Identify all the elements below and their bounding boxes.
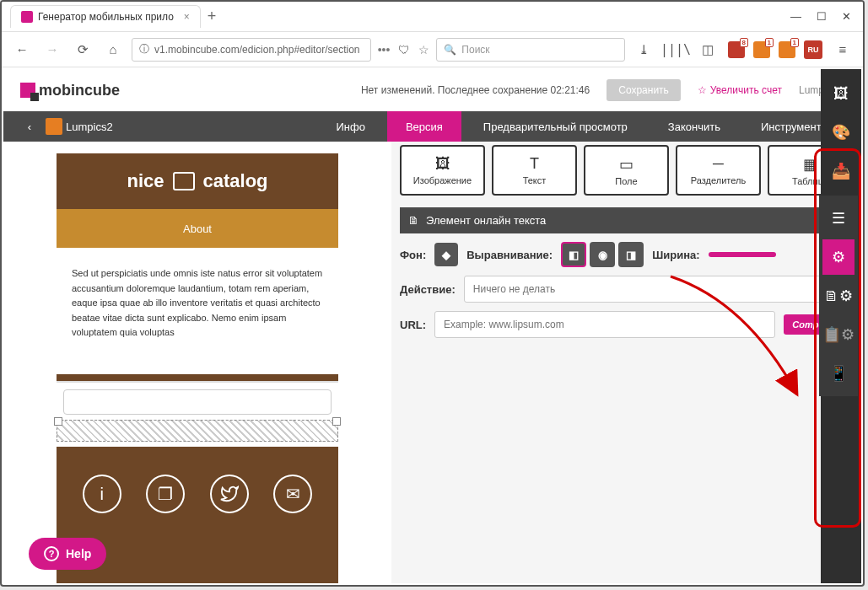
preview-title-right: catalog: [203, 170, 268, 192]
align-label: Выравнивание:: [466, 249, 553, 261]
home-button[interactable]: ⌂: [101, 38, 125, 62]
browser-tab[interactable]: Генератор мобильных прило ×: [10, 5, 201, 28]
help-label: Help: [66, 547, 91, 560]
add-text-button[interactable]: TТекст: [492, 145, 577, 196]
bg-color-picker[interactable]: ◆: [434, 243, 458, 266]
browser-window: Генератор мобильных прило × + — ☐ ✕ ← → …: [0, 0, 865, 587]
el-label: Поле: [615, 176, 637, 186]
star-icon[interactable]: ☆: [418, 43, 429, 56]
row-action: Действие:: [400, 276, 853, 303]
star-outline-icon: ☆: [698, 84, 707, 96]
save-button[interactable]: Сохранить: [607, 79, 681, 101]
width-label: Ширина:: [652, 249, 699, 261]
tab-info[interactable]: Инфо: [317, 111, 383, 142]
forward-button[interactable]: →: [40, 38, 64, 62]
mail-icon[interactable]: ✉: [273, 475, 312, 513]
online-text-icon: 🗎: [408, 214, 419, 227]
list-tool-icon[interactable]: ☰: [822, 201, 855, 236]
text-icon: T: [530, 155, 539, 173]
info-circle-icon[interactable]: i: [83, 475, 121, 513]
extension-lang-icon[interactable]: RU: [804, 40, 822, 59]
selection-handle[interactable]: [57, 420, 338, 442]
width-slider[interactable]: [709, 252, 776, 257]
add-divider-button[interactable]: ─Разделитель: [676, 145, 761, 196]
bg-label: Фон:: [400, 249, 426, 261]
sidebar-icon[interactable]: ◫: [696, 38, 720, 62]
book-icon[interactable]: ❐: [146, 475, 185, 513]
divider-icon: ─: [713, 155, 724, 173]
extension-ublock-icon[interactable]: 8: [728, 41, 745, 58]
page-settings-icon[interactable]: 🗎⚙: [822, 278, 855, 314]
badge-count: 1: [765, 38, 774, 47]
inbox-tool-icon[interactable]: 📥: [824, 153, 858, 189]
info-icon: ⓘ: [139, 42, 149, 56]
image-tool-icon[interactable]: 🖼: [824, 76, 858, 111]
upgrade-label: Увеличить счет: [710, 84, 782, 96]
panel-heading: 🗎 Элемент онлайн текста: [400, 207, 853, 233]
ellipsis-icon[interactable]: •••: [378, 43, 391, 56]
minimize-icon[interactable]: —: [790, 10, 801, 23]
search-bar[interactable]: 🔍 Поиск: [436, 38, 625, 62]
add-field-button[interactable]: ▭Поле: [584, 145, 669, 196]
preview-canvas: nice catalog About Sed ut perspiciatis u…: [3, 142, 391, 583]
field-placeholder[interactable]: [63, 389, 332, 415]
preview-footer: i ❐ ✉: [57, 447, 338, 541]
reload-button[interactable]: ⟳: [71, 38, 94, 62]
divider: [57, 381, 338, 383]
device-tool-icon[interactable]: 📱: [822, 356, 855, 391]
phone-preview[interactable]: nice catalog About Sed ut perspiciatis u…: [57, 153, 338, 583]
app-nav: ‹ Lumpics2 Инфо Версия Предварительный п…: [3, 111, 861, 142]
maximize-icon[interactable]: ☐: [817, 10, 827, 23]
tab-version[interactable]: Версия: [387, 111, 461, 142]
shield-icon[interactable]: 🛡: [398, 43, 410, 56]
project-name[interactable]: Lumpics2: [66, 121, 113, 133]
align-center-button[interactable]: ◉: [590, 242, 615, 267]
properties-panel: 🖼Изображение TТекст ▭Поле ─Разделитель ▦…: [391, 142, 861, 583]
url-bar[interactable]: ⓘ v1.mobincube.com/edicion.php#editor/se…: [132, 38, 371, 62]
extension-shield-icon[interactable]: 1: [753, 41, 770, 58]
add-image-button[interactable]: 🖼Изображение: [400, 145, 485, 196]
palette-tool-icon[interactable]: 🎨: [824, 115, 858, 150]
align-right-button[interactable]: ◨: [618, 242, 644, 267]
action-label: Действие:: [400, 283, 456, 296]
tab-finish[interactable]: Закончить: [650, 111, 739, 142]
search-placeholder: Поиск: [461, 44, 489, 56]
question-icon: ?: [44, 546, 59, 561]
search-icon: 🔍: [444, 44, 456, 56]
new-tab-button[interactable]: +: [208, 8, 217, 25]
element-toolbar: 🖼Изображение TТекст ▭Поле ─Разделитель ▦…: [400, 142, 853, 199]
row-url: URL: Compositor: [400, 311, 853, 338]
help-button[interactable]: ? Help: [29, 538, 106, 570]
nav-back-button[interactable]: ‹: [17, 121, 42, 133]
browser-nav-bar: ← → ⟳ ⌂ ⓘ v1.mobincube.com/edicion.php#e…: [2, 32, 863, 67]
twitter-icon[interactable]: [210, 475, 249, 513]
align-left-button[interactable]: ◧: [561, 242, 586, 267]
action-select[interactable]: [464, 276, 853, 303]
logo[interactable]: mobincube: [20, 82, 120, 99]
logo-mark-icon: [20, 83, 35, 98]
panel-heading-label: Элемент онлайн текста: [426, 214, 546, 227]
back-button[interactable]: ←: [10, 38, 34, 62]
clipboard-settings-icon[interactable]: 📋⚙: [822, 317, 855, 352]
close-window-icon[interactable]: ✕: [842, 10, 851, 23]
download-icon[interactable]: ⤓: [632, 38, 655, 62]
settings-tool-icon[interactable]: ⚙: [822, 239, 855, 275]
upgrade-link[interactable]: ☆ Увеличить счет: [698, 84, 782, 96]
workspace: nice catalog About Sed ut perspiciatis u…: [3, 142, 861, 583]
tab-title: Генератор мобильных прило: [38, 11, 174, 23]
tab-preview[interactable]: Предварительный просмотр: [465, 111, 646, 142]
badge-count: 8: [740, 38, 748, 47]
url-label: URL:: [400, 319, 426, 331]
close-tab-icon[interactable]: ×: [184, 11, 190, 23]
preview-title-left: nice: [127, 170, 164, 192]
library-icon[interactable]: |||\: [664, 38, 687, 62]
app-viewport: mobincube Нет изменений. Последнее сохра…: [3, 69, 861, 583]
extension-mail-icon[interactable]: 1: [779, 41, 795, 58]
preview-about-bar: About: [57, 209, 338, 248]
browser-title-bar: Генератор мобильных прило × + — ☐ ✕: [2, 2, 863, 32]
el-label: Текст: [523, 175, 547, 185]
url-input[interactable]: [434, 311, 775, 338]
image-icon: 🖼: [435, 155, 450, 173]
hamburger-icon[interactable]: ≡: [831, 38, 855, 62]
table-icon: ▦: [803, 155, 817, 174]
